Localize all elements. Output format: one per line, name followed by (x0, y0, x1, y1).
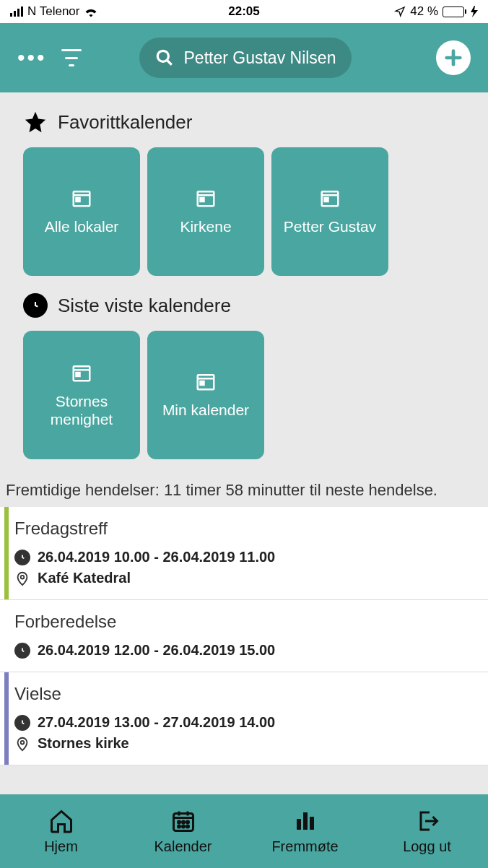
calendar-icon (170, 808, 196, 834)
status-left: N Telenor (10, 4, 98, 19)
signal-icon (10, 6, 23, 17)
tile-label: Alle lokaler (45, 217, 119, 235)
status-time: 22:05 (228, 4, 259, 19)
event-item[interactable]: Vielse 27.04.2019 13.00 - 27.04.2019 14.… (0, 672, 488, 765)
event-location-row: Stornes kirke (14, 735, 475, 752)
favorite-tile[interactable]: Kirkene (147, 147, 264, 276)
home-icon (48, 808, 74, 834)
main-content: Favorittkalender Alle lokaler Kirkene Pe… (0, 92, 488, 765)
event-location: Kafé Katedral (38, 570, 131, 586)
star-icon (23, 110, 48, 134)
svg-rect-33 (310, 817, 314, 830)
app-header: ••• Petter Gustav Nilsen (0, 23, 488, 92)
filter-icon[interactable] (61, 49, 82, 66)
svg-point-26 (182, 821, 184, 823)
svg-rect-6 (77, 198, 80, 201)
svg-point-28 (178, 825, 180, 828)
event-item[interactable]: Fredagstreff 26.04.2019 10.00 - 26.04.20… (0, 507, 488, 600)
tile-label: Petter Gustav (284, 217, 376, 235)
add-button[interactable] (436, 40, 471, 75)
favorite-tile[interactable]: Petter Gustav (271, 147, 388, 276)
svg-rect-12 (325, 198, 328, 201)
nav-home[interactable]: Hjem (0, 794, 122, 868)
recent-tile[interactable]: Min kalender (147, 331, 264, 459)
svg-point-29 (182, 825, 184, 828)
event-time: 27.04.2019 13.00 - 27.04.2019 14.00 (38, 714, 275, 731)
nav-label: Kalender (154, 838, 212, 855)
recent-header: Siste viste kalendere (0, 293, 488, 331)
bottom-nav: Hjem Kalender Fremmøte Logg ut (0, 794, 488, 868)
search-pill[interactable]: Petter Gustav Nilsen (139, 38, 352, 78)
svg-point-0 (157, 51, 168, 61)
svg-rect-18 (201, 381, 204, 385)
pin-icon (14, 570, 30, 586)
svg-rect-9 (201, 198, 204, 201)
tile-label: Kirkene (180, 217, 231, 235)
event-title: Fredagstreff (14, 518, 475, 539)
svg-rect-31 (297, 819, 301, 830)
wifi-icon (84, 6, 98, 17)
clock-icon (14, 550, 30, 565)
event-time-row: 27.04.2019 13.00 - 27.04.2019 14.00 (14, 714, 475, 731)
favorites-row: Alle lokaler Kirkene Petter Gustav (0, 147, 488, 293)
event-location: Stornes kirke (38, 735, 129, 752)
event-title: Forberedelse (14, 612, 475, 632)
location-arrow-icon (394, 6, 406, 17)
battery-pct: 42 % (410, 4, 438, 19)
event-time-row: 26.04.2019 12.00 - 26.04.2019 15.00 (14, 642, 475, 659)
favorites-title: Favorittkalender (58, 111, 192, 134)
nav-label: Hjem (44, 838, 78, 855)
calendar-icon (195, 370, 217, 392)
nav-logout[interactable]: Logg ut (366, 794, 488, 868)
recent-row: Stornes menighet Min kalender (0, 331, 488, 477)
events-header: Fremtidige hendelser: 11 timer 58 minutt… (0, 477, 488, 507)
logout-icon (414, 808, 440, 834)
svg-point-30 (186, 825, 188, 828)
svg-rect-15 (77, 373, 80, 376)
event-location-row: Kafé Katedral (14, 570, 475, 586)
status-bar: N Telenor 22:05 42 % (0, 0, 488, 23)
recent-title: Siste viste kalendere (58, 295, 231, 317)
svg-line-1 (167, 60, 172, 65)
battery-icon (443, 6, 466, 17)
svg-point-20 (21, 740, 25, 744)
clock-icon (14, 643, 30, 659)
favorite-tile[interactable]: Alle lokaler (23, 147, 140, 276)
calendar-icon (195, 187, 217, 209)
calendar-icon (71, 362, 92, 383)
svg-point-19 (21, 575, 25, 578)
tile-label: Stornes menighet (29, 392, 134, 428)
nav-calendar[interactable]: Kalender (122, 794, 244, 868)
favorites-header: Favorittkalender (0, 110, 488, 147)
nav-label: Logg ut (403, 838, 451, 855)
calendar-icon (319, 187, 341, 209)
nav-label: Fremmøte (271, 838, 338, 855)
svg-rect-32 (303, 812, 308, 830)
svg-point-27 (186, 821, 188, 823)
bars-icon (292, 808, 318, 834)
calendar-icon (71, 187, 92, 209)
event-time: 26.04.2019 12.00 - 26.04.2019 15.00 (38, 642, 275, 659)
recent-tile[interactable]: Stornes menighet (23, 331, 140, 459)
pin-icon (14, 736, 30, 752)
clock-icon (23, 293, 48, 318)
status-right: 42 % (394, 4, 478, 19)
event-list: Fredagstreff 26.04.2019 10.00 - 26.04.20… (0, 507, 488, 765)
nav-attendance[interactable]: Fremmøte (244, 794, 366, 868)
search-icon (155, 48, 174, 67)
search-text: Petter Gustav Nilsen (184, 48, 336, 68)
event-time: 26.04.2019 10.00 - 26.04.2019 11.00 (38, 549, 275, 565)
clock-icon (14, 715, 30, 731)
svg-point-25 (178, 821, 180, 823)
event-item[interactable]: Forberedelse 26.04.2019 12.00 - 26.04.20… (0, 600, 488, 672)
tile-label: Min kalender (162, 401, 249, 419)
charging-icon (471, 6, 478, 17)
carrier-label: N Telenor (27, 4, 79, 19)
event-title: Vielse (14, 684, 475, 704)
event-time-row: 26.04.2019 10.00 - 26.04.2019 11.00 (14, 549, 475, 565)
more-icon[interactable]: ••• (17, 47, 47, 69)
plus-icon (443, 48, 463, 68)
